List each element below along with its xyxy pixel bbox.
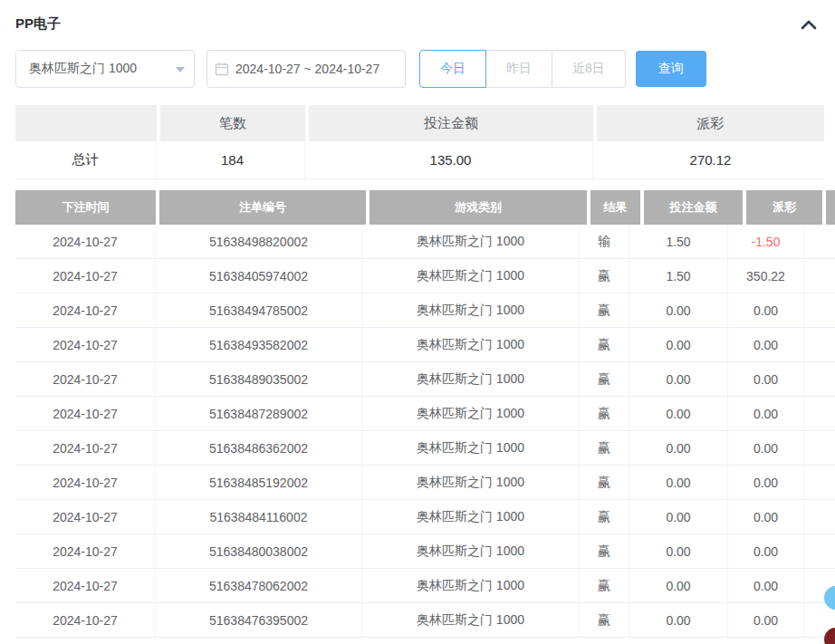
table-row: 2024-10-27 51638494785002 奥林匹斯之门 1000 赢 … <box>15 293 835 328</box>
date-range-picker[interactable]: 2024-10-27 ~ 2024-10-27 <box>206 50 406 88</box>
summary-header-empty <box>15 105 157 141</box>
cell-bet-amount: 0.00 <box>629 431 728 465</box>
cell-bet-time: 2024-10-27 <box>15 603 156 637</box>
cell-game-category: 奥林匹斯之门 1000 <box>362 569 580 602</box>
column-header-clipped <box>826 190 835 225</box>
summary-total-row: 总计 184 135.00 270.12 <box>15 141 824 179</box>
cell-payout: 350.22 <box>728 259 804 293</box>
cell-bet-time: 2024-10-27 <box>15 328 156 361</box>
cell-result: 赢 <box>580 603 629 637</box>
cell-bet-amount: 0.00 <box>629 569 728 602</box>
cell-bet-amount: 0.00 <box>629 328 728 361</box>
cell-clipped <box>804 225 835 258</box>
cell-payout: 0.00 <box>728 293 804 327</box>
cell-bet-time: 2024-10-27 <box>15 431 156 465</box>
cell-game-category: 奥林匹斯之门 1000 <box>362 225 580 258</box>
cell-result: 赢 <box>580 534 629 568</box>
summary-header-bet-amount: 投注金额 <box>309 105 593 141</box>
cell-clipped <box>804 259 835 293</box>
column-header-bet-time: 下注时间 <box>15 190 156 225</box>
cell-bet-id: 51638494785002 <box>156 293 362 327</box>
cell-bet-time: 2024-10-27 <box>15 293 156 327</box>
cell-bet-time: 2024-10-27 <box>15 500 156 533</box>
cell-clipped <box>804 328 835 361</box>
cell-result: 赢 <box>580 293 629 327</box>
cell-clipped <box>804 293 835 327</box>
cell-result: 赢 <box>580 569 629 602</box>
game-select-value: 奥林匹斯之门 1000 <box>29 61 137 77</box>
cell-bet-time: 2024-10-27 <box>15 259 156 293</box>
cell-bet-id: 51638493582002 <box>156 328 362 361</box>
cell-payout: 0.00 <box>728 328 804 361</box>
table-row: 2024-10-27 51638486362002 奥林匹斯之门 1000 赢 … <box>15 431 835 466</box>
today-button[interactable]: 今日 <box>419 50 486 88</box>
table-row: 2024-10-27 51638484116002 奥林匹斯之门 1000 赢 … <box>15 500 835 534</box>
cell-clipped <box>804 466 835 499</box>
cell-game-category: 奥林匹斯之门 1000 <box>362 328 580 361</box>
page-title: PP电子 <box>15 15 61 33</box>
summary-header-payout: 派彩 <box>597 105 824 141</box>
cell-clipped <box>804 534 835 568</box>
cell-bet-id: 51638478062002 <box>156 569 362 602</box>
yesterday-button[interactable]: 昨日 <box>486 50 552 88</box>
cell-result: 赢 <box>580 466 629 499</box>
game-select[interactable]: 奥林匹斯之门 1000 <box>15 50 195 88</box>
cell-bet-time: 2024-10-27 <box>15 466 156 499</box>
cell-bet-id: 51638486362002 <box>156 431 362 465</box>
cell-bet-amount: 0.00 <box>629 500 728 533</box>
chevron-up-icon <box>801 19 817 30</box>
summary-table: 笔数 投注金额 派彩 总计 184 135.00 270.12 <box>15 105 824 179</box>
query-button[interactable]: 查询 <box>636 51 706 87</box>
bets-table: 下注时间 注单编号 游戏类别 结果 投注金额 派彩 2024-10-27 516… <box>15 190 835 638</box>
column-header-payout: 派彩 <box>746 190 822 225</box>
bets-table-body: 2024-10-27 51638498820002 奥林匹斯之门 1000 输 … <box>15 225 835 638</box>
cell-result: 赢 <box>580 431 629 465</box>
cell-game-category: 奥林匹斯之门 1000 <box>362 397 580 430</box>
cell-payout: 0.00 <box>728 397 804 430</box>
table-row: 2024-10-27 51638489035002 奥林匹斯之门 1000 赢 … <box>15 362 835 397</box>
cell-game-category: 奥林匹斯之门 1000 <box>362 603 580 637</box>
table-row: 2024-10-27 51638485192002 奥林匹斯之门 1000 赢 … <box>15 466 835 500</box>
filter-bar: 奥林匹斯之门 1000 2024-10-27 ~ 2024-10-27 今日 昨… <box>0 36 835 88</box>
cell-result: 赢 <box>580 500 629 533</box>
cell-bet-amount: 0.00 <box>629 534 728 568</box>
cell-game-category: 奥林匹斯之门 1000 <box>362 500 580 533</box>
summary-header-count: 笔数 <box>160 105 305 141</box>
cell-clipped <box>804 500 835 533</box>
summary-header-row: 笔数 投注金额 派彩 <box>15 105 824 141</box>
date-range-value: 2024-10-27 ~ 2024-10-27 <box>235 62 379 76</box>
cell-bet-time: 2024-10-27 <box>15 569 156 602</box>
summary-total-label: 总计 <box>15 141 157 178</box>
cell-bet-id: 51638485192002 <box>156 466 362 499</box>
cell-bet-amount: 1.50 <box>629 225 728 258</box>
cell-payout: -1.50 <box>728 225 804 258</box>
cell-bet-id: 51638480038002 <box>156 534 362 568</box>
cell-bet-amount: 0.00 <box>629 362 728 396</box>
table-row: 2024-10-27 51638478062002 奥林匹斯之门 1000 赢 … <box>15 569 835 603</box>
column-header-game-category: 游戏类别 <box>370 190 587 225</box>
cell-payout: 0.00 <box>728 431 804 465</box>
collapse-panel-button[interactable] <box>798 14 820 35</box>
cell-bet-amount: 0.00 <box>629 293 728 327</box>
cell-bet-time: 2024-10-27 <box>15 225 156 258</box>
cell-game-category: 奥林匹斯之门 1000 <box>362 362 580 396</box>
cell-result: 赢 <box>580 259 629 293</box>
summary-total-count: 184 <box>160 141 305 178</box>
column-header-bet-id: 注单编号 <box>159 190 366 225</box>
summary-total-bet-amount: 135.00 <box>309 141 593 178</box>
cell-result: 赢 <box>580 362 629 396</box>
table-row: 2024-10-27 51638476395002 奥林匹斯之门 1000 赢 … <box>15 603 835 638</box>
cell-game-category: 奥林匹斯之门 1000 <box>362 534 580 568</box>
cell-payout: 0.00 <box>728 466 804 499</box>
pp-electronic-panel: PP电子 奥林匹斯之门 1000 2024-10-27 ~ 2024-10-27… <box>0 0 835 644</box>
cell-bet-id: 51638487289002 <box>156 397 362 430</box>
last-8-days-button[interactable]: 近8日 <box>552 50 626 88</box>
table-row: 2024-10-27 51638498820002 奥林匹斯之门 1000 输 … <box>15 225 835 259</box>
column-header-result: 结果 <box>590 190 640 225</box>
cell-clipped <box>804 431 835 465</box>
cell-payout: 0.00 <box>728 569 804 602</box>
cell-bet-amount: 0.00 <box>629 466 728 499</box>
cell-payout: 0.00 <box>728 500 804 533</box>
cell-game-category: 奥林匹斯之门 1000 <box>362 293 580 327</box>
cell-bet-id: 51638489035002 <box>156 362 362 396</box>
